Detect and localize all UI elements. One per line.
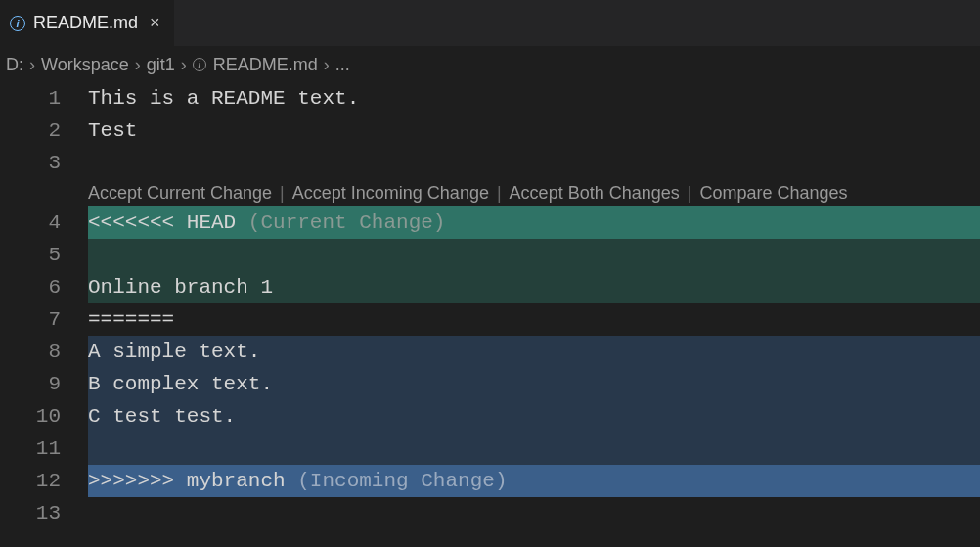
line-number: 11 (0, 437, 88, 460)
code-line[interactable]: 12 >>>>>>> mybranch (Incoming Change) (0, 465, 980, 497)
chevron-right-icon: › (27, 55, 37, 75)
code-line[interactable]: 13 (0, 497, 980, 529)
chevron-right-icon: › (133, 55, 143, 75)
codelens-separator: | (272, 183, 292, 204)
merge-codelens: Accept Current Change | Accept Incoming … (0, 179, 980, 206)
line-number: 3 (0, 152, 88, 174)
accept-current-change-link[interactable]: Accept Current Change (88, 183, 272, 204)
codelens-separator: | (680, 183, 700, 204)
line-number: 10 (0, 405, 88, 428)
tab-bar: i README.md × (0, 0, 980, 47)
line-number: 7 (0, 308, 88, 331)
code-line[interactable]: 2 Test (0, 114, 980, 147)
code-content: A simple text. (88, 341, 260, 363)
code-line[interactable]: 3 (0, 147, 980, 179)
line-number: 13 (0, 502, 88, 524)
chevron-right-icon: › (322, 55, 332, 75)
code-line[interactable]: 10 C test test. (0, 400, 980, 433)
breadcrumb-item[interactable]: Workspace (41, 55, 129, 75)
breadcrumb-item[interactable]: README.md (213, 55, 318, 75)
accept-both-changes-link[interactable]: Accept Both Changes (510, 183, 680, 204)
code-line[interactable]: 5 (0, 239, 980, 271)
line-number: 9 (0, 373, 88, 395)
line-number: 5 (0, 244, 88, 266)
line-number: 4 (0, 211, 88, 234)
conflict-head-label: (Current Change) (236, 211, 445, 234)
code-content: Online branch 1 (88, 276, 273, 298)
conflict-separator: ======= (88, 308, 174, 331)
editor-area[interactable]: 1 This is a README text. 2 Test 3 Accept… (0, 82, 980, 529)
code-content: This is a README text. (88, 87, 359, 110)
code-content: B complex text. (88, 373, 273, 395)
line-number: 12 (0, 470, 88, 492)
breadcrumb-item[interactable]: D: (6, 55, 23, 75)
code-content: C test test. (88, 405, 236, 428)
breadcrumb[interactable]: D: › Workspace › git1 › i README.md › ..… (0, 47, 980, 82)
line-number: 1 (0, 87, 88, 110)
conflict-incoming-marker: >>>>>>> mybranch (88, 470, 286, 492)
code-line[interactable]: 9 B complex text. (0, 368, 980, 400)
code-line[interactable]: 1 This is a README text. (0, 82, 980, 114)
code-line[interactable]: 6 Online branch 1 (0, 271, 980, 303)
code-content: Test (88, 119, 137, 142)
code-line[interactable]: 7 ======= (0, 303, 980, 336)
conflict-head-marker: <<<<<<< HEAD (88, 211, 236, 234)
conflict-incoming-label: (Incoming Change) (286, 470, 508, 492)
code-line[interactable]: 4 <<<<<<< HEAD (Current Change) (0, 206, 980, 239)
info-icon: i (193, 58, 206, 71)
breadcrumb-item[interactable]: git1 (147, 55, 175, 75)
line-number: 8 (0, 341, 88, 363)
breadcrumb-item[interactable]: ... (335, 55, 350, 75)
accept-incoming-change-link[interactable]: Accept Incoming Change (292, 183, 489, 204)
codelens-separator: | (489, 183, 510, 204)
line-number: 2 (0, 119, 88, 142)
info-icon: i (10, 16, 25, 31)
editor-tab[interactable]: i README.md × (0, 0, 175, 46)
line-number: 6 (0, 276, 88, 298)
compare-changes-link[interactable]: Compare Changes (699, 183, 847, 204)
code-line[interactable]: 8 A simple text. (0, 336, 980, 368)
close-icon[interactable]: × (146, 11, 164, 35)
chevron-right-icon: › (179, 55, 189, 75)
tab-label: README.md (33, 13, 138, 33)
code-line[interactable]: 11 (0, 433, 980, 465)
